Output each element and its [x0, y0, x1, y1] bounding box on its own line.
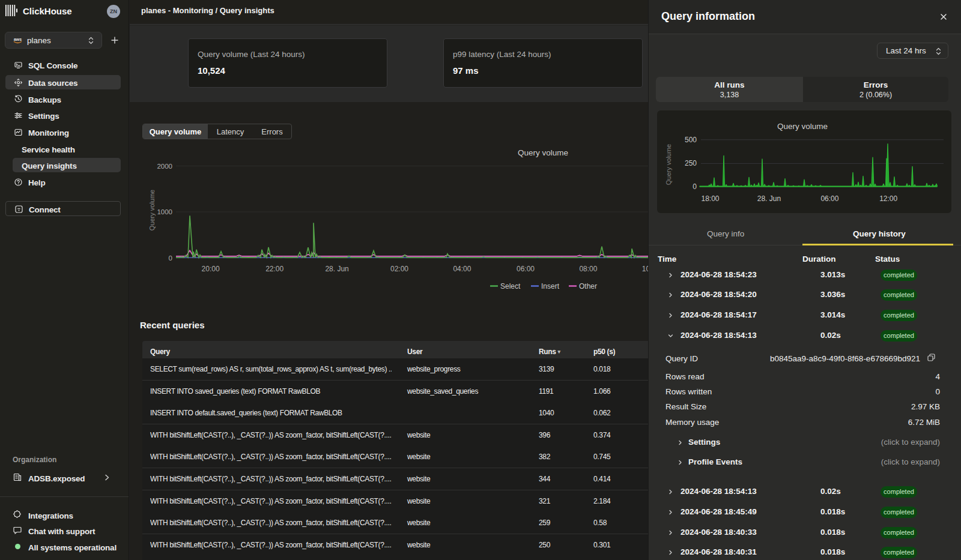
svg-text:Query volume: Query volume — [148, 190, 156, 230]
svg-text:aws: aws — [14, 37, 22, 41]
svg-text:Insert: Insert — [541, 282, 560, 291]
svg-text:22:00: 22:00 — [265, 265, 283, 273]
svg-text:250: 250 — [685, 159, 697, 167]
svg-text:0: 0 — [693, 182, 697, 191]
svg-text:06:00: 06:00 — [820, 194, 838, 203]
svg-text:Query volume: Query volume — [777, 122, 828, 131]
svg-text:2000: 2000 — [157, 163, 172, 170]
svg-text:1000: 1000 — [157, 208, 172, 215]
svg-text:Other: Other — [579, 282, 597, 291]
svg-text:28. Jun: 28. Jun — [757, 194, 781, 203]
svg-text:Select: Select — [500, 282, 521, 291]
svg-text:12:00: 12:00 — [879, 194, 897, 203]
svg-text:02:00: 02:00 — [390, 265, 408, 273]
svg-text:20:00: 20:00 — [202, 265, 220, 273]
svg-text:08:00: 08:00 — [579, 265, 597, 273]
svg-text:Query volume: Query volume — [518, 148, 568, 157]
svg-text:500: 500 — [685, 136, 697, 144]
svg-text:28. Jun: 28. Jun — [325, 265, 348, 273]
svg-text:06:00: 06:00 — [517, 265, 535, 273]
svg-text:Query volume: Query volume — [665, 144, 672, 185]
svg-text:04:00: 04:00 — [453, 265, 471, 273]
svg-text:0: 0 — [169, 254, 172, 262]
svg-text:18:00: 18:00 — [701, 194, 719, 203]
